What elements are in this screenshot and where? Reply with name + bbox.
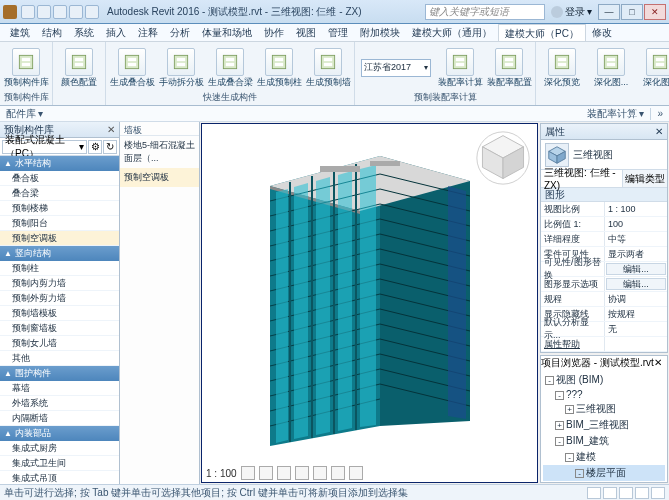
maximize-button[interactable]: □	[621, 4, 643, 20]
category-header[interactable]: ▲水平结构	[0, 156, 119, 171]
property-value[interactable]: 中等	[605, 232, 667, 246]
filter-dropdown[interactable]: 装配式混凝土（PC）▾	[2, 140, 87, 154]
search-input[interactable]: 键入关键字或短语	[425, 4, 545, 20]
ribbon-button[interactable]: 深化预览	[539, 44, 585, 91]
login-button[interactable]: 登录▾	[551, 5, 592, 19]
library-item[interactable]: 集成式卫生间	[0, 456, 119, 471]
ribbon-tab[interactable]: 系统	[68, 24, 100, 41]
status-icon[interactable]	[619, 487, 633, 499]
reveal-icon[interactable]	[349, 466, 363, 480]
visual-style-icon[interactable]	[259, 466, 273, 480]
tree-node[interactable]: 1F 建筑	[543, 481, 665, 483]
library-item[interactable]: 预制楼梯	[0, 201, 119, 216]
ribbon-button[interactable]: 生成叠合板	[109, 44, 155, 91]
tree-node[interactable]: +三维视图	[543, 401, 665, 417]
ribbon-button[interactable]: 预制构件库	[3, 44, 49, 91]
sun-path-icon[interactable]	[277, 466, 291, 480]
property-value[interactable]: 1 : 100	[605, 202, 667, 216]
library-item[interactable]: 其他	[0, 351, 119, 366]
library-item[interactable]: 内隔断墙	[0, 411, 119, 426]
ribbon-button[interactable]: 深化图...	[637, 44, 669, 91]
library-item[interactable]: 预制窗墙板	[0, 321, 119, 336]
ribbon-tab[interactable]: 附加模块	[354, 24, 406, 41]
property-value[interactable]: 协调	[605, 292, 667, 306]
library-item[interactable]: 预制女儿墙	[0, 336, 119, 351]
region-dropdown[interactable]: 江苏省2017▾	[361, 59, 431, 77]
ribbon-tab[interactable]: 建模大师（PC）	[498, 24, 586, 41]
detail-level-icon[interactable]	[241, 466, 255, 480]
ribbon-tab[interactable]: 结构	[36, 24, 68, 41]
ribbon-tab[interactable]: 注释	[132, 24, 164, 41]
midpane-item[interactable]: 预制空调板	[120, 168, 199, 187]
tree-node[interactable]: -???	[543, 388, 665, 401]
qat-redo-icon[interactable]	[69, 5, 83, 19]
tree-node[interactable]: -建模	[543, 449, 665, 465]
category-header[interactable]: ▲围护构件	[0, 366, 119, 381]
status-icon[interactable]	[651, 487, 665, 499]
ribbon-button[interactable]: 生成预制柱	[256, 44, 302, 91]
tree-node[interactable]: -BIM_建筑	[543, 433, 665, 449]
optbar-expand[interactable]: »	[657, 108, 663, 119]
library-item[interactable]: 预制内剪力墙	[0, 276, 119, 291]
tree-node[interactable]: -楼层平面	[543, 465, 665, 481]
qat-save-icon[interactable]	[37, 5, 51, 19]
ribbon-button[interactable]: 手动拆分板	[158, 44, 204, 91]
library-item[interactable]: 预制空调板	[0, 231, 119, 246]
library-item[interactable]: 预制墙模板	[0, 306, 119, 321]
status-icon[interactable]	[587, 487, 601, 499]
property-value[interactable]: 100	[605, 217, 667, 231]
optbar-b[interactable]: 装配率计算	[587, 107, 637, 121]
shadows-icon[interactable]	[295, 466, 309, 480]
category-header[interactable]: ▲内装部品	[0, 426, 119, 441]
library-item[interactable]: 预制阳台	[0, 216, 119, 231]
library-item[interactable]: 集成式吊顶	[0, 471, 119, 484]
tree-node[interactable]: -视图 (BIM)	[543, 372, 665, 388]
filter-refresh-icon[interactable]: ↻	[103, 140, 117, 154]
close-button[interactable]: ✕	[644, 4, 666, 20]
property-value[interactable]: 按规程	[605, 307, 667, 321]
property-value[interactable]: 编辑...	[606, 263, 666, 275]
ribbon-tab[interactable]: 建模大师（通用）	[406, 24, 498, 41]
properties-help-link[interactable]: 属性帮助	[541, 337, 605, 351]
status-icon[interactable]	[603, 487, 617, 499]
property-value[interactable]: 无	[605, 322, 667, 336]
ribbon-tab[interactable]: 协作	[258, 24, 290, 41]
property-value[interactable]: 编辑...	[606, 278, 666, 290]
property-value[interactable]: 显示两者	[605, 247, 667, 261]
library-item[interactable]: 叠合梁	[0, 186, 119, 201]
qat-print-icon[interactable]	[85, 5, 99, 19]
library-item[interactable]: 叠合板	[0, 171, 119, 186]
scale-label[interactable]: 1 : 100	[206, 468, 237, 479]
close-icon[interactable]: ✕	[107, 124, 115, 135]
edit-type-button[interactable]: 编辑类型	[623, 170, 667, 187]
status-icon[interactable]	[635, 487, 649, 499]
midpane-item[interactable]: 楼地5-细石混凝土面层（...	[120, 136, 199, 168]
ribbon-tab[interactable]: 建筑	[4, 24, 36, 41]
minimize-button[interactable]: —	[598, 4, 620, 20]
instance-dropdown[interactable]: 三维视图: 仨维 - ZX)	[541, 170, 623, 187]
ribbon-button[interactable]: 颜色配置	[56, 44, 102, 91]
ribbon-button[interactable]: 生成预制墙	[305, 44, 351, 91]
ribbon-tab[interactable]: 插入	[100, 24, 132, 41]
view-cube[interactable]	[475, 130, 531, 186]
library-item[interactable]: 预制外剪力墙	[0, 291, 119, 306]
library-item[interactable]: 集成式厨房	[0, 441, 119, 456]
optbar-a[interactable]: 配件库	[6, 107, 36, 121]
ribbon-tab[interactable]: 体量和场地	[196, 24, 258, 41]
library-item[interactable]: 外墙系统	[0, 396, 119, 411]
ribbon-tab[interactable]: 分析	[164, 24, 196, 41]
library-item[interactable]: 幕墙	[0, 381, 119, 396]
hide-icon[interactable]	[331, 466, 345, 480]
ribbon-button[interactable]: 装配率配置	[486, 44, 532, 91]
category-header[interactable]: ▲竖向结构	[0, 246, 119, 261]
qat-undo-icon[interactable]	[53, 5, 67, 19]
tree-node[interactable]: +BIM_三维视图	[543, 417, 665, 433]
ribbon-tab[interactable]: 管理	[322, 24, 354, 41]
qat-open-icon[interactable]	[21, 5, 35, 19]
filter-icon[interactable]: ⚙	[88, 140, 102, 154]
ribbon-tab[interactable]: 修改	[586, 24, 618, 41]
ribbon-tab[interactable]: 视图	[290, 24, 322, 41]
ribbon-button[interactable]: 深化图...	[588, 44, 634, 91]
close-icon[interactable]: ✕	[655, 126, 663, 137]
close-icon[interactable]: ✕	[654, 357, 662, 368]
